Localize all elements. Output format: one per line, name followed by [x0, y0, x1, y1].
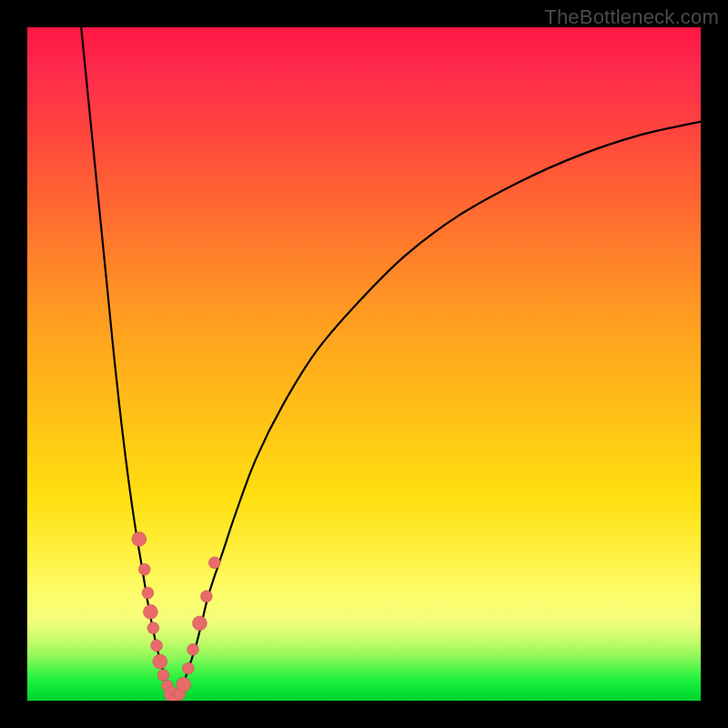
data-point — [132, 531, 147, 546]
curve-right-curve — [176, 122, 701, 701]
chart-frame: TheBottleneck.com — [0, 0, 728, 728]
data-point — [182, 662, 194, 674]
curve-layer — [27, 27, 701, 701]
data-point — [192, 616, 207, 631]
data-point — [157, 669, 169, 681]
data-point — [138, 563, 150, 575]
data-point — [200, 591, 212, 602]
curve-left-curve — [81, 27, 176, 701]
plot-area — [27, 27, 701, 701]
watermark-text: TheBottleneck.com — [544, 5, 719, 29]
data-point — [147, 622, 159, 634]
scatter-dots — [132, 531, 220, 701]
v-curve — [81, 27, 701, 701]
data-point — [187, 643, 199, 655]
data-point — [142, 587, 154, 599]
data-point — [208, 557, 220, 569]
data-point — [153, 654, 167, 669]
data-point — [177, 677, 191, 692]
data-point — [143, 604, 157, 619]
data-point — [151, 640, 163, 652]
